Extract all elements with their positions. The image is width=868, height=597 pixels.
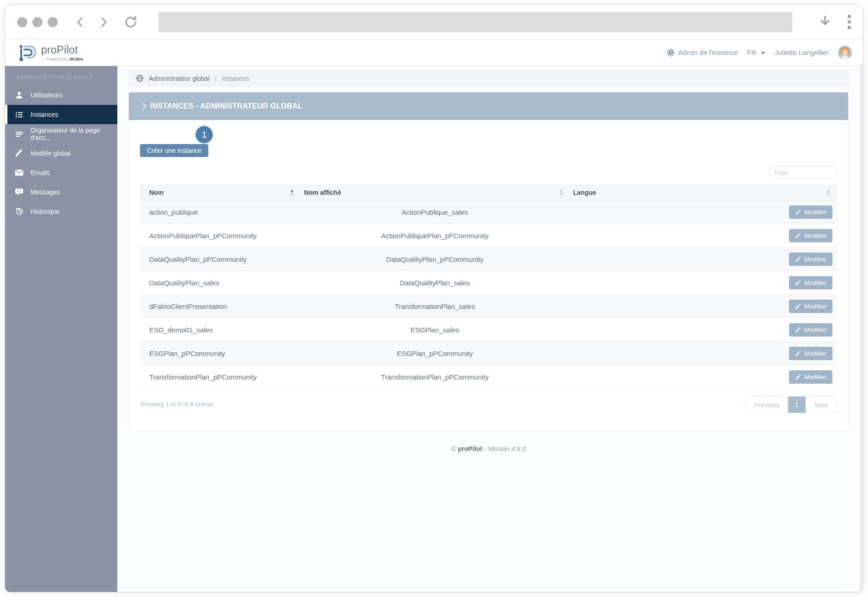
footer-brand: proPilot — [458, 445, 482, 452]
sidebar-item-utilisateurs[interactable]: Utilisateurs — [5, 85, 117, 105]
table-row: ESG_demo01_sales ESGPlan_sales Modifier — [140, 318, 837, 342]
language-label: FR — [747, 48, 756, 56]
chevron-right-icon — [141, 102, 147, 110]
breadcrumb-separator: / — [215, 75, 217, 82]
cell-nom-affiche: TransformationPlan_pPCommunity — [300, 365, 569, 389]
cell-actions: Modifier — [570, 224, 837, 247]
sidebar-item-emails[interactable]: Emails — [5, 163, 117, 182]
modifier-button[interactable]: Modifier — [789, 347, 832, 360]
history-icon — [15, 207, 24, 216]
sort-icon — [290, 189, 294, 196]
download-icon[interactable] — [818, 14, 832, 30]
window-control-dot[interactable] — [32, 17, 42, 27]
cell-actions: Modifier — [570, 247, 837, 271]
panel-title: INSTANCES - ADMINISTRATEUR GLOBAL — [150, 102, 303, 110]
brand-name: proPilot — [41, 44, 83, 56]
bars-icon — [15, 130, 24, 138]
cell-nom: action_publique — [140, 200, 300, 224]
modifier-button[interactable]: Modifier — [789, 276, 832, 289]
window-control-dot[interactable] — [48, 17, 58, 27]
pagination-previous[interactable]: Previous — [746, 397, 788, 413]
pencil-icon — [795, 350, 801, 356]
sidebar-item-organisateur-de-la-page-d-acc[interactable]: Organisateur de la page d'acc... — [5, 124, 117, 144]
app-logo[interactable]: proPilot — Powered by dFakto — [16, 43, 83, 62]
sidebar-item-historique[interactable]: Historique — [5, 202, 117, 221]
table-row: TransformationPlan_pPCommunity Transform… — [140, 365, 837, 389]
cell-actions: Modifier — [570, 342, 837, 365]
modifier-button[interactable]: Modifier — [789, 205, 832, 219]
address-bar[interactable] — [158, 12, 792, 32]
admin-instance-link[interactable]: Admin de l'instance — [667, 48, 738, 57]
pencil-icon — [795, 280, 801, 286]
menu-kebab-icon[interactable] — [848, 15, 851, 29]
pencil-icon — [795, 303, 801, 309]
cell-nom-affiche: DataQualityPlan_pPCommunity — [300, 247, 569, 271]
brand-tagline: — Powered by dFakto — [41, 57, 83, 61]
window-control-dot[interactable] — [17, 17, 27, 27]
language-selector[interactable]: FR — [747, 48, 765, 56]
sidebar-section-title: ADMINISTRATION GLOBALE — [5, 74, 117, 80]
modifier-button[interactable]: Modifier — [789, 229, 832, 242]
cell-nom: TransformationPlan_pPCommunity — [140, 365, 300, 389]
sidebar-item-mod-le-global[interactable]: Modèle global — [5, 144, 117, 163]
user-name: Juliette Langellier — [775, 48, 829, 56]
pagination-next[interactable]: Next — [806, 397, 837, 413]
chevron-down-icon — [761, 52, 765, 54]
list-icon — [15, 111, 24, 119]
chat-icon — [15, 188, 24, 196]
panel-header[interactable]: INSTANCES - ADMINISTRATEUR GLOBAL — [129, 92, 848, 120]
sidebar-item-label: Modèle global — [30, 150, 71, 157]
back-icon[interactable] — [73, 15, 87, 29]
cell-nom: ESGPlan_pPCommunity — [140, 342, 300, 365]
cell-nom-affiche: ESGPlan_pPCommunity — [300, 342, 569, 365]
refresh-icon[interactable] — [123, 15, 138, 30]
modifier-button[interactable]: Modifier — [789, 323, 832, 337]
column-header-nom[interactable]: Nom — [140, 185, 300, 200]
cell-actions: Modifier — [570, 318, 837, 342]
pencil-icon — [795, 209, 801, 215]
modifier-button[interactable]: Modifier — [789, 300, 832, 313]
cell-nom: dFaktoClientPresentation — [140, 295, 300, 318]
table-row: ESGPlan_pPCommunity ESGPlan_pPCommunity … — [140, 342, 837, 365]
table-row: ActionPubliquePlan_pPCommunity ActionPub… — [140, 224, 837, 247]
pagination-page-1[interactable]: 1 — [788, 397, 806, 413]
avatar[interactable] — [838, 46, 852, 60]
breadcrumb-root[interactable]: Administrateur global — [149, 75, 210, 82]
globe-icon — [136, 74, 144, 82]
cell-nom: DataQualityPlan_sales — [140, 271, 300, 295]
modifier-button[interactable]: Modifier — [789, 370, 832, 384]
brush-icon — [15, 149, 24, 157]
user-icon — [15, 91, 24, 99]
cell-nom: ESG_demo01_sales — [140, 318, 300, 342]
cell-nom-affiche: ActionPubliquePlan_pPCommunity — [300, 224, 569, 247]
pencil-icon — [795, 233, 801, 239]
footer-version: 4.8.0 — [511, 445, 526, 452]
cell-nom-affiche: ActionPublique_sales — [300, 200, 569, 224]
user-menu[interactable]: Juliette Langellier — [775, 48, 829, 56]
sidebar-item-messages[interactable]: Messages — [5, 182, 117, 202]
pencil-icon — [795, 327, 801, 333]
admin-instance-label: Admin de l'instance — [678, 48, 738, 56]
page-scrollbar[interactable] — [860, 66, 863, 592]
create-instance-button[interactable]: Créer une instance — [140, 144, 208, 157]
column-header-nom-affiche[interactable]: Nom affiché — [300, 185, 569, 200]
pagination: Previous 1 Next — [745, 396, 837, 413]
instances-table: Nom Nom affiché — [140, 185, 837, 389]
sidebar-item-label: Instances — [30, 111, 58, 118]
cell-actions: Modifier — [570, 271, 837, 295]
browser-window: proPilot — Powered by dFakto Admin de l'… — [5, 5, 863, 592]
pencil-icon — [795, 256, 801, 262]
sidebar-item-instances[interactable]: Instances — [5, 105, 117, 124]
forward-icon[interactable] — [97, 15, 110, 29]
column-header-langue[interactable]: Langue — [570, 185, 837, 200]
modifier-button[interactable]: Modifier — [789, 253, 832, 266]
sidebar-item-label: Messages — [30, 188, 60, 196]
propilot-logo-icon — [16, 43, 37, 62]
gear-icon — [667, 48, 675, 57]
cell-actions: Modifier — [570, 365, 837, 389]
window-controls[interactable] — [17, 17, 58, 27]
envelope-icon — [15, 169, 24, 176]
cell-nom-affiche: DataQualityPlan_sales — [300, 271, 569, 295]
filter-input[interactable] — [770, 166, 837, 179]
sidebar-item-label: Utilisateurs — [30, 91, 62, 99]
